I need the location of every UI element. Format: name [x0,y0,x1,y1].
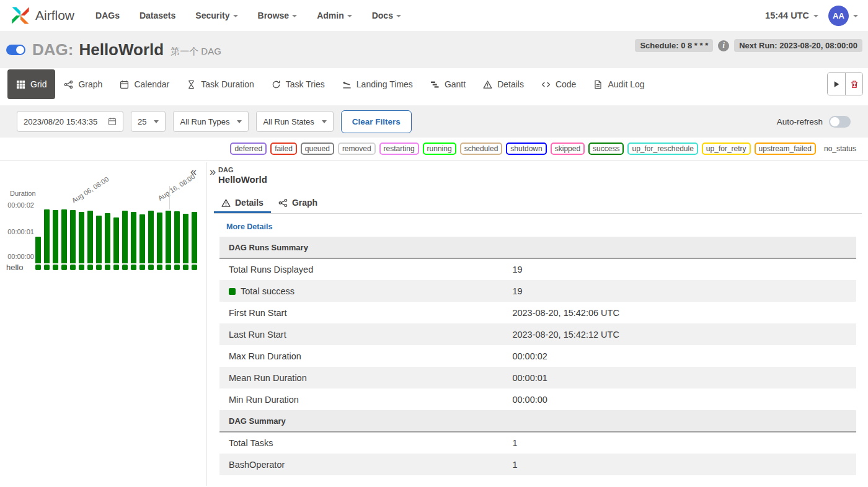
tab-label: Code [556,79,576,89]
tab-task-duration[interactable]: Task Duration [178,69,263,99]
nav-item-security[interactable]: Security [195,11,237,20]
panel-divider[interactable] [206,162,206,486]
duration-bar[interactable] [148,211,154,263]
tab-code[interactable]: Code [533,69,585,99]
status-badge-no_status[interactable]: no_status [820,143,861,155]
dag-pause-toggle[interactable] [6,45,25,55]
duration-bar[interactable] [61,209,67,263]
clear-filters-button[interactable]: Clear Filters [341,110,412,133]
duration-bar[interactable] [166,211,171,263]
task-instance-square[interactable] [183,265,188,270]
status-badge-queued[interactable]: queued [301,143,334,155]
status-badge-deferred[interactable]: deferred [230,143,267,155]
status-badge-up_for_reschedule[interactable]: up_for_reschedule [627,143,698,155]
task-instance-square[interactable] [96,265,102,270]
nav-item-browse[interactable]: Browse [258,11,298,20]
duration-bar[interactable] [70,210,76,263]
tab-label: Graph [78,79,102,89]
duration-bar[interactable] [131,212,136,263]
num-runs-select[interactable]: 25 [131,111,166,132]
more-details-link[interactable]: More Details [226,222,272,231]
task-instance-square[interactable] [122,265,128,270]
task-instance-square[interactable] [166,265,171,270]
tab-audit-log[interactable]: Audit Log [585,69,653,99]
duration-bar[interactable] [105,213,110,263]
duration-bar[interactable] [53,210,58,263]
tab-calendar[interactable]: Calendar [111,69,178,99]
tab-task-tries[interactable]: Task Tries [263,69,334,99]
schedule-badge: Schedule: 0 8 * * * [635,39,713,52]
user-menu[interactable]: AA [828,6,858,26]
duration-bar[interactable] [183,214,188,263]
trigger-dag-button[interactable] [828,73,845,95]
tab-gantt[interactable]: Gantt [422,69,474,99]
tab-landing-times[interactable]: Landing Times [334,69,422,99]
collapse-grid-icon[interactable]: « [190,166,197,177]
duration-bar[interactable] [87,211,93,263]
task-instance-square[interactable] [87,265,93,270]
duration-bar[interactable] [157,213,162,263]
nav-item-label: Browse [258,11,290,20]
tab-label: Details [497,79,524,89]
duration-bar[interactable] [140,214,145,263]
status-badge-removed[interactable]: removed [338,143,376,155]
clock-dropdown[interactable]: 15:44 UTC [765,11,818,20]
duration-bar[interactable] [96,216,102,263]
status-badge-success[interactable]: success [588,143,624,155]
panel-tab-details[interactable]: Details [214,193,271,213]
nav-item-docs[interactable]: Docs [372,11,401,20]
status-badge-up_for_retry[interactable]: up_for_retry [702,143,751,155]
task-instance-square[interactable] [105,265,110,270]
task-instance-square[interactable] [174,265,180,270]
calendar-icon [120,80,129,89]
duration-bar[interactable] [174,211,180,263]
run-states-value: All Run States [263,117,314,126]
status-badge-shutdown[interactable]: shutdown [506,143,546,155]
status-badge-scheduled[interactable]: scheduled [460,143,503,155]
status-badge-restarting[interactable]: restarting [379,143,419,155]
status-badge-running[interactable]: running [423,143,456,155]
tab-details[interactable]: Details [474,69,533,99]
task-instance-square[interactable] [192,265,197,270]
info-icon[interactable]: i [718,40,729,51]
duration-bar[interactable] [113,217,119,263]
duration-bar[interactable] [35,237,41,264]
table-row: Last Run Start2023-08-20, 15:42:12 UTC [219,323,856,345]
task-instance-square[interactable] [53,265,58,270]
nav-item-dags[interactable]: DAGs [95,11,120,20]
tab-grid[interactable]: Grid [7,69,55,99]
base-date-input[interactable]: 2023/08/20 15:43:35 [17,111,123,132]
task-instance-square[interactable] [157,265,162,270]
duration-bar[interactable] [79,212,84,263]
duration-bar[interactable] [192,212,197,263]
run-states-select[interactable]: All Run States [256,111,333,132]
task-instance-square[interactable] [61,265,67,270]
task-instance-square[interactable] [148,265,154,270]
panel-tab-graph[interactable]: Graph [271,193,325,213]
task-instance-square[interactable] [70,265,76,270]
nav-item-datasets[interactable]: Datasets [140,11,175,20]
duration-bar[interactable] [122,211,128,263]
task-instance-square[interactable] [35,265,41,270]
delete-dag-button[interactable] [845,73,862,95]
grid-icon [16,80,25,89]
task-instance-square[interactable] [131,265,136,270]
auto-refresh-toggle[interactable] [829,116,851,128]
hourglass-icon [187,80,196,89]
task-instance-square[interactable] [44,265,50,270]
tab-label: Audit Log [608,79,644,89]
tab-graph[interactable]: Graph [55,69,111,99]
run-types-select[interactable]: All Run Types [173,111,249,132]
nav-item-admin[interactable]: Admin [317,11,352,20]
duration-bar[interactable] [44,209,50,263]
airflow-logo[interactable]: Airflow [10,5,74,26]
panel-dag-title: HelloWorld [218,174,862,185]
task-instance-square[interactable] [79,265,84,270]
gantt-icon [430,80,440,89]
status-badge-skipped[interactable]: skipped [551,143,585,155]
task-instance-square[interactable] [113,265,119,270]
status-badge-failed[interactable]: failed [270,143,297,155]
table-row: BashOperator1 [219,454,856,475]
task-instance-square[interactable] [140,265,145,270]
status-badge-upstream_failed[interactable]: upstream_failed [755,143,816,155]
